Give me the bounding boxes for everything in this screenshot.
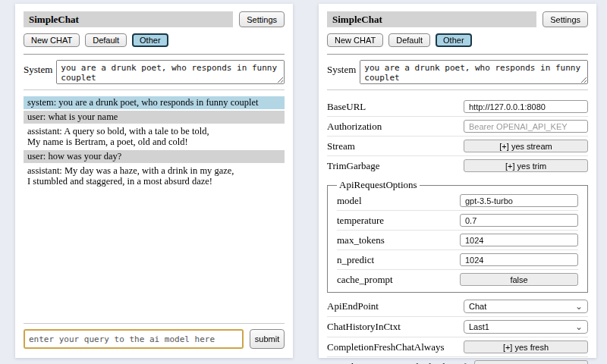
setting-row-completioninsertstandardroleprefix: CompletionInsertStandardRolePrefix [-] d… — [327, 357, 588, 364]
divider — [24, 323, 285, 324]
system-prompt-textarea[interactable]: you are a drunk poet, who responds in fu… — [360, 60, 588, 84]
system-prompt-row: System you are a drunk poet, who respond… — [327, 60, 588, 84]
max-tokens-input[interactable] — [460, 234, 578, 246]
chathistoryinctxt-select[interactable]: Last1 ⌄ — [464, 320, 588, 334]
stream-toggle-button[interactable]: [+] yes stream — [464, 140, 588, 152]
submit-button[interactable]: submit — [250, 329, 285, 349]
new-chat-button[interactable]: New CHAT — [24, 33, 80, 47]
api-request-options-legend: ApiRequestOptions — [337, 179, 420, 191]
setting-label: n_predict — [337, 254, 374, 266]
setting-row-stream: Stream [+] yes stream — [327, 136, 588, 155]
setting-row-cache-prompt: cache_prompt false — [337, 270, 578, 289]
n-predict-input[interactable] — [460, 253, 578, 266]
apiendpoint-select[interactable]: Chat ⌄ — [464, 300, 588, 313]
model-input[interactable] — [460, 194, 578, 207]
setting-row-temperature: temperature — [337, 211, 578, 230]
setting-label: temperature — [337, 215, 384, 227]
divider — [327, 89, 588, 90]
setting-row-apiendpoint: ApiEndPoint Chat ⌄ — [327, 297, 588, 316]
system-prompt-label: System — [24, 60, 52, 84]
session-tabs: New CHAT Default Other — [327, 33, 588, 47]
setting-row-model: model — [337, 191, 578, 210]
api-request-options-fieldset: ApiRequestOptions model temperature max_… — [327, 179, 588, 293]
settings-button[interactable]: Settings — [239, 11, 285, 27]
app-title: SimpleChat — [327, 11, 536, 27]
session-tabs: New CHAT Default Other — [24, 33, 285, 47]
setting-label: ChatHistoryInCtxt — [327, 321, 401, 333]
setting-label: TrimGarbage — [327, 160, 380, 172]
setting-row-n-predict: n_predict — [337, 250, 578, 269]
completion-insert-role-prefix-toggle-button[interactable]: [-] dont insert — [474, 360, 588, 364]
setting-label: ApiEndPoint — [327, 300, 379, 312]
setting-row-baseurl: BaseURL — [327, 97, 588, 116]
session-tab-default[interactable]: Default — [85, 33, 127, 47]
titlebar: SimpleChat Settings — [327, 11, 588, 27]
setting-label: max_tokens — [337, 234, 385, 246]
system-prompt-textarea[interactable]: you are a drunk poet, who responds in fu… — [56, 60, 285, 84]
session-tab-default[interactable]: Default — [388, 33, 430, 47]
setting-label: Authorization — [327, 121, 382, 133]
setting-row-trimgarbage: TrimGarbage [+] yes trim — [327, 156, 588, 175]
new-chat-button[interactable]: New CHAT — [327, 33, 383, 47]
session-tab-other[interactable]: Other — [132, 33, 168, 47]
system-prompt-row: System you are a drunk poet, who respond… — [24, 60, 285, 84]
titlebar: SimpleChat Settings — [24, 11, 285, 27]
authorization-input[interactable] — [464, 120, 588, 133]
chevron-down-icon: ⌄ — [575, 324, 583, 330]
setting-label: CompletionInsertStandardRolePrefix — [327, 361, 474, 364]
chat-message-list: system: you are a drunk poet, who respon… — [24, 96, 285, 190]
chat-message-system: system: you are a drunk poet, who respon… — [24, 96, 285, 109]
setting-label: BaseURL — [327, 101, 366, 113]
app-title: SimpleChat — [24, 11, 233, 27]
chat-message-assistant: assistant: My day was a haze, with a dri… — [24, 165, 285, 188]
divider — [327, 54, 588, 55]
setting-label: model — [337, 195, 362, 207]
baseurl-input[interactable] — [464, 100, 588, 113]
query-input[interactable] — [24, 329, 244, 349]
chevron-down-icon: ⌄ — [575, 303, 583, 309]
divider — [24, 54, 285, 55]
chat-panel: SimpleChat Settings New CHAT Default Oth… — [15, 4, 293, 358]
cache-prompt-toggle-button[interactable]: false — [460, 273, 578, 286]
setting-row-completionfreshchatalways: CompletionFreshChatAlways [+] yes fresh — [327, 337, 588, 356]
chat-message-user: user: how was your day? — [24, 150, 285, 163]
chat-message-assistant: assistant: A query so bold, with a tale … — [24, 125, 285, 149]
setting-row-chathistoryinctxt: ChatHistoryInCtxt Last1 ⌄ — [327, 317, 588, 337]
settings-button[interactable]: Settings — [543, 11, 588, 27]
select-value: Last1 — [469, 322, 489, 331]
query-bar: submit — [24, 318, 285, 349]
setting-label: cache_prompt — [337, 274, 393, 286]
temperature-input[interactable] — [460, 214, 578, 227]
setting-row-authorization: Authorization — [327, 117, 588, 136]
chat-message-user: user: what is your name — [24, 111, 285, 124]
settings-panel: SimpleChat Settings New CHAT Default Oth… — [319, 4, 596, 358]
setting-label: Stream — [327, 140, 355, 152]
select-value: Chat — [469, 302, 486, 311]
trimgarbage-toggle-button[interactable]: [+] yes trim — [464, 159, 588, 172]
settings-list: BaseURL Authorization Stream [+] yes str… — [327, 97, 588, 364]
session-tab-other[interactable]: Other — [436, 33, 472, 47]
completion-fresh-chat-toggle-button[interactable]: [+] yes fresh — [464, 340, 588, 353]
setting-label: CompletionFreshChatAlways — [327, 341, 445, 353]
page: SimpleChat Settings New CHAT Default Oth… — [0, 0, 607, 364]
setting-row-max-tokens: max_tokens — [337, 231, 578, 249]
divider — [24, 89, 285, 90]
system-prompt-label: System — [327, 60, 356, 84]
